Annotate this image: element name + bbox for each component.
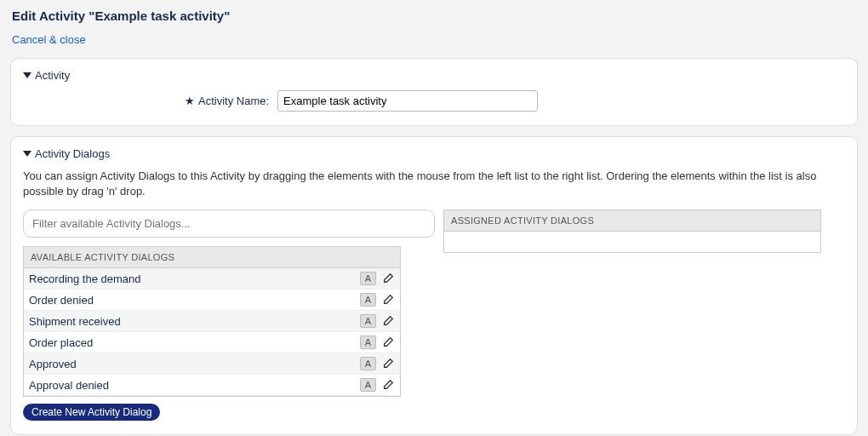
dialogs-section-header: Activity Dialogs — [35, 147, 110, 160]
dialog-row-label: Approved — [29, 358, 360, 370]
activity-name-label: ★Activity Name: — [185, 95, 269, 107]
edit-icon[interactable] — [381, 336, 395, 349]
dialog-row-label: Approval denied — [29, 379, 360, 392]
caret-down-icon — [23, 72, 31, 78]
cancel-close-link[interactable]: Cancel & close — [12, 33, 86, 46]
page-title: Edit Activity "Example task activity" — [12, 9, 858, 23]
activity-panel: Activity ★Activity Name: — [10, 58, 858, 126]
caret-down-icon — [23, 151, 31, 157]
assigned-dialogs-header: ASSIGNED ACTIVITY DIALOGS — [444, 210, 820, 232]
edit-icon[interactable] — [381, 378, 395, 392]
edit-icon[interactable] — [381, 357, 395, 370]
available-dialog-row[interactable]: Order deniedA — [24, 290, 400, 311]
dialog-type-badge: A — [360, 314, 376, 328]
filter-dialogs-input[interactable] — [23, 209, 435, 238]
available-dialog-row[interactable]: ApprovedA — [24, 353, 400, 375]
dialog-type-badge: A — [360, 378, 376, 392]
dialog-row-label: Recording the demand — [29, 272, 360, 285]
available-dialog-row[interactable]: Shipment receivedA — [24, 311, 400, 332]
activity-dialogs-panel: Activity Dialogs You can assign Activity… — [10, 136, 858, 435]
dialog-type-badge: A — [360, 336, 376, 349]
dialog-row-label: Order placed — [29, 336, 360, 349]
edit-icon[interactable] — [381, 293, 395, 307]
activity-section-header: Activity — [35, 69, 70, 82]
available-dialogs-list: AVAILABLE ACTIVITY DIALOGS Recording the… — [23, 246, 401, 397]
dialog-row-label: Order denied — [29, 294, 360, 307]
dialogs-help-text: You can assign Activity Dialogs to this … — [23, 169, 845, 199]
required-star-icon: ★ — [185, 95, 195, 107]
dialog-type-badge: A — [360, 357, 376, 370]
dialog-type-badge: A — [360, 272, 376, 285]
assigned-dialogs-dropzone[interactable] — [444, 232, 820, 252]
activity-section-toggle[interactable]: Activity — [23, 69, 845, 82]
dialog-type-badge: A — [360, 293, 376, 307]
dialogs-section-toggle[interactable]: Activity Dialogs — [23, 147, 845, 160]
assigned-dialogs-list: ASSIGNED ACTIVITY DIALOGS — [443, 209, 821, 253]
create-new-dialog-button[interactable]: Create New Activity Dialog — [23, 404, 160, 421]
edit-icon[interactable] — [381, 272, 395, 285]
available-dialogs-header: AVAILABLE ACTIVITY DIALOGS — [24, 247, 400, 268]
activity-name-input[interactable] — [277, 90, 538, 112]
available-dialog-row[interactable]: Recording the demandA — [24, 268, 400, 290]
available-dialog-row[interactable]: Order placedA — [24, 332, 400, 353]
edit-icon[interactable] — [381, 314, 395, 328]
available-dialog-row[interactable]: Approval deniedA — [24, 375, 400, 396]
dialog-row-label: Shipment received — [29, 315, 360, 328]
